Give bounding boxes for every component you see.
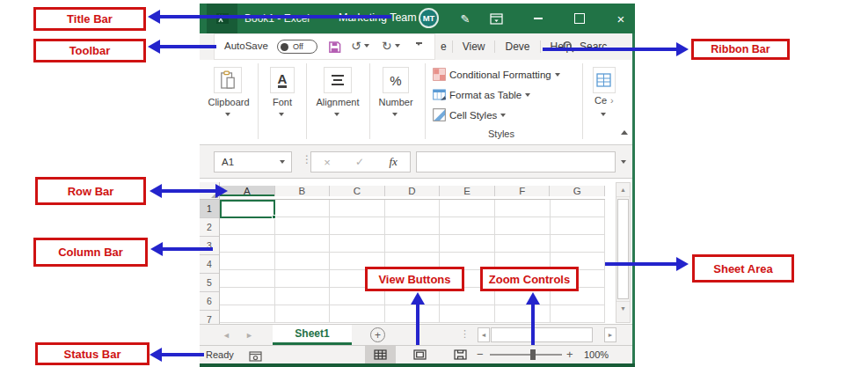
cell-grid[interactable] [220,200,605,323]
autosave-label: AutoSave [224,40,268,51]
zoom-level[interactable]: 100% [584,349,609,360]
close-button[interactable]: × [609,4,633,33]
fill-handle[interactable] [272,215,276,219]
clipboard-chevron-icon[interactable] [225,113,230,116]
minimize-icon [534,18,543,19]
number-chevron-icon[interactable] [392,113,398,116]
conditional-formatting-button[interactable]: Conditional Formatting [433,68,560,81]
font-icon: A [278,72,288,88]
zoom-in-icon[interactable]: + [566,348,573,361]
vertical-scroll-thumb[interactable] [617,199,629,299]
scroll-down-icon[interactable]: ▼ [616,301,630,315]
clipboard-group-button[interactable] [214,67,242,93]
redo-button[interactable]: ↻ [382,39,400,53]
formula-input[interactable] [416,151,616,172]
autosave-toggle[interactable]: Off [277,40,317,54]
arrow-row-bar-head2 [215,184,228,198]
row-header-2[interactable]: 2 [200,218,219,237]
name-box-value: A1 [222,157,280,167]
undo-button[interactable]: ↺ [351,39,369,53]
alignment-group-label: Alignment [310,97,366,107]
sheet-tab-sheet1[interactable]: Sheet1 [273,325,352,345]
enter-icon[interactable]: ✓ [355,156,364,168]
minimize-button[interactable] [527,4,550,33]
add-sheet-icon[interactable]: + [370,327,385,342]
cell-styles-button[interactable]: Cell Styles [433,108,506,121]
name-box[interactable]: A1 [214,151,292,172]
column-header-g[interactable]: G [550,186,605,196]
row-header-4[interactable]: 4 [200,255,219,274]
alignment-chevron-icon[interactable] [334,113,339,116]
percent-icon: % [390,73,401,88]
format-as-table-icon [433,88,446,101]
format-as-table-label: Format as Table [449,90,522,100]
annotation-ribbon-bar: Ribbon Bar [691,39,790,60]
arrow-row-bar-head [150,184,162,198]
cell-styles-label: Cell Styles [449,110,497,121]
collapse-ribbon-icon[interactable] [621,130,628,135]
tabs-divider-dots[interactable]: ⋮ [460,328,470,340]
column-header-b[interactable]: B [275,186,331,196]
number-group-button[interactable]: % [383,67,409,93]
ribbon-scroll-right-icon[interactable]: › [610,95,614,106]
column-header-c[interactable]: C [330,186,385,196]
row-header-5[interactable]: 5 [200,274,219,292]
ribbon-tab-partial[interactable]: e [435,40,453,53]
expand-formula-bar-icon[interactable] [621,160,626,164]
row-header-6[interactable]: 6 [200,292,219,311]
font-chevron-icon[interactable] [279,113,284,116]
zoom-slider-thumb[interactable] [530,349,536,360]
row-header-3[interactable]: 3 [200,237,219,255]
cells-chevron-icon[interactable] [601,113,606,116]
save-icon[interactable] [326,40,342,54]
hscroll-right-icon[interactable]: ► [604,327,616,342]
ribbon-tab-strip: e View Deve Help [435,33,581,60]
avatar[interactable]: MT [419,8,439,28]
annotation-view-buttons: View Buttons [365,267,464,291]
normal-view-button[interactable] [365,346,396,363]
arrow-status-bar-line [161,353,204,356]
vertical-scrollbar[interactable]: ▲ ▼ [616,182,631,323]
row-header-1[interactable]: 1 [200,200,219,218]
qat-overflow-button[interactable] [416,42,422,62]
scroll-up-icon[interactable]: ▲ [616,183,630,197]
window-right-edge [632,33,635,363]
font-group-label: Font [256,97,309,107]
maximize-button[interactable] [568,4,591,33]
sheet-nav-right-icon[interactable]: ► [245,331,253,340]
format-as-table-button[interactable]: Format as Table [433,88,530,101]
zoom-out-icon[interactable]: − [477,348,484,361]
font-group-button[interactable]: A [270,67,295,93]
excel-app-icon[interactable] [207,4,237,33]
alignment-group-button[interactable] [324,67,352,93]
arrow-toolbar-head [148,40,160,54]
page-layout-view-button[interactable] [405,346,435,363]
hscroll-left-icon[interactable]: ◄ [478,327,490,342]
cells-group-button[interactable] [593,67,616,93]
draw-pen-icon[interactable]: ✎ [457,11,473,26]
name-box-dropdown-icon [280,160,285,164]
column-header-f[interactable]: F [495,186,551,196]
column-header-d[interactable]: D [385,186,441,196]
insert-function-icon[interactable]: fx [389,155,397,169]
ribbon-tab-developer[interactable]: Deve [495,40,540,53]
arrow-column-bar-line [162,247,213,251]
annotation-status-bar: Status Bar [35,342,150,365]
arrow-row-bar-line [161,189,216,193]
cancel-icon[interactable]: × [324,156,331,169]
cell-styles-icon [433,108,446,121]
annotated-excel-screenshot: Book1 - Excel Marketing Team MT ✎ × Auto… [0,0,868,367]
close-icon: × [617,11,625,26]
formula-buttons: × ✓ fx [310,151,411,172]
sheet-nav-left-icon[interactable]: ◄ [222,331,230,340]
arrow-sheet-area-head [676,257,689,271]
zoom-slider-track[interactable] [490,354,562,356]
column-header-e[interactable]: E [440,186,495,196]
column-header-a[interactable]: A [220,186,275,196]
ribbon-display-options-icon[interactable] [489,12,503,25]
ribbon-tab-view[interactable]: View [453,40,496,53]
page-break-view-button[interactable] [445,346,476,363]
horizontal-scroll-thumb[interactable] [491,327,593,342]
arrow-column-bar-head [150,242,163,256]
annotation-toolbar: Toolbar [33,39,146,62]
